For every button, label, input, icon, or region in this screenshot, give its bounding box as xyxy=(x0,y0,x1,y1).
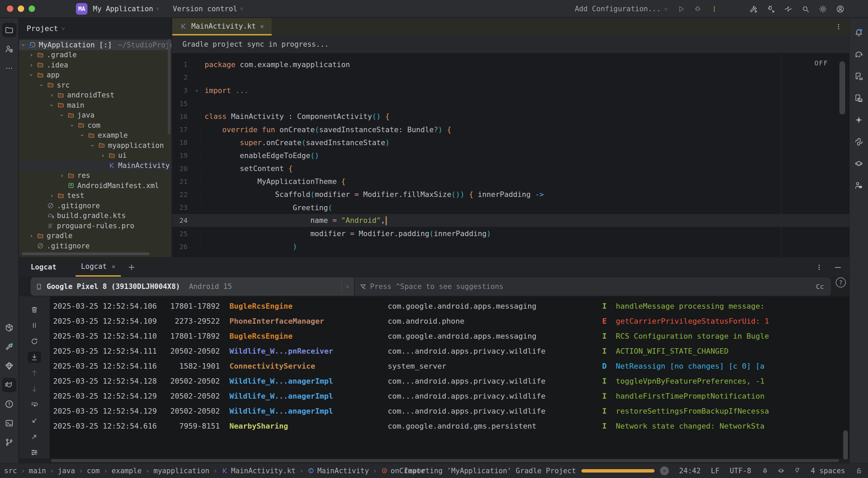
close-tab-icon[interactable]: × xyxy=(112,263,115,270)
tree-chevron-icon[interactable]: › xyxy=(38,81,45,90)
gradle-elephant-icon[interactable] xyxy=(852,47,866,62)
gemini-spark-icon[interactable] xyxy=(852,113,866,127)
tree-chevron-icon[interactable]: › xyxy=(28,71,35,79)
clear-trash-icon[interactable] xyxy=(28,304,41,315)
hide-tool-window-icon[interactable] xyxy=(833,263,842,272)
logcat-output[interactable]: 2025-03-25 12:52:54.10617801-17892BugleR… xyxy=(50,296,849,458)
tree-item-mainactivity-kt[interactable]: MainActivity.kt xyxy=(19,160,172,171)
tree-chevron-icon[interactable]: › xyxy=(20,41,27,49)
scroll-to-end-icon[interactable] xyxy=(28,352,41,363)
code-line-24[interactable]: 24 name = "Android", xyxy=(172,214,849,227)
logcat-row[interactable]: 2025-03-25 12:52:54.11017801-17892BugleR… xyxy=(50,328,849,343)
tree-item-app[interactable]: ›app xyxy=(19,70,172,80)
code-line-17[interactable]: 17 override fun onCreate(savedInstanceSt… xyxy=(172,123,849,136)
logcat-row[interactable]: 2025-03-25 12:52:54.1092273-29522PhoneIn… xyxy=(50,313,849,328)
code-line-25[interactable]: 25 modifier = Modifier.padding(innerPadd… xyxy=(172,227,849,240)
tree-chevron-icon[interactable]: › xyxy=(27,51,36,58)
breadcrumb-myapplication[interactable]: myapplication xyxy=(154,467,209,475)
pause-icon[interactable] xyxy=(28,320,41,331)
copilot-icon[interactable] xyxy=(777,467,785,474)
lock-open-icon[interactable] xyxy=(855,467,863,474)
breadcrumb-mainactivity-kt[interactable]: MainActivity.kt xyxy=(221,467,296,475)
tree-chevron-icon[interactable]: › xyxy=(59,111,65,120)
tree-item-java[interactable]: ›java xyxy=(19,110,172,121)
editor-options-kebab-icon[interactable] xyxy=(834,22,843,31)
breadcrumb-java[interactable]: java xyxy=(58,467,75,475)
soft-wrap-icon[interactable] xyxy=(28,399,41,411)
project-menu[interactable]: My Application˅ xyxy=(93,5,159,13)
terminal-icon[interactable] xyxy=(2,416,16,430)
device-selector[interactable]: Google Pixel 8 (39130DLJH004X8) Android … xyxy=(31,277,354,296)
code-line-2[interactable]: 2 xyxy=(172,71,849,84)
tree-icon[interactable] xyxy=(761,467,769,474)
device-manager-icon[interactable] xyxy=(852,69,866,83)
logcat-row[interactable]: 2025-03-25 12:52:54.1161582-1901Connecti… xyxy=(50,358,849,373)
logcat-row[interactable]: 2025-03-25 12:52:54.12920502-20502Wildli… xyxy=(50,403,849,418)
run-configuration-selector[interactable]: Add Configuration...˅ xyxy=(575,5,668,13)
version-control-menu[interactable]: Version control˅ xyxy=(173,5,243,13)
more-horizontal-icon[interactable] xyxy=(2,61,16,75)
line-separator-widget[interactable]: LF xyxy=(711,467,719,475)
zoom-window-icon[interactable] xyxy=(29,5,35,12)
search-icon[interactable] xyxy=(801,4,810,14)
new-logcat-tab-icon[interactable] xyxy=(127,263,136,272)
tree-item-androidmanifest-xml[interactable]: MAndroidManifest.xml xyxy=(19,181,172,191)
code-line-16[interactable]: 16class MainActivity : ComponentActivity… xyxy=(172,110,849,123)
problems-icon[interactable] xyxy=(2,397,16,411)
logcat-tab[interactable]: Logcat × xyxy=(76,258,121,277)
indent-widget[interactable]: 4 spaces xyxy=(811,467,845,475)
code-line-1[interactable]: 1package com.example.myapplication xyxy=(172,58,849,71)
code-line-15[interactable]: 15 xyxy=(172,97,849,110)
build-hammer-icon[interactable] xyxy=(2,340,16,354)
encoding-widget[interactable]: UTF-8 xyxy=(730,467,751,475)
minimize-window-icon[interactable] xyxy=(18,5,24,12)
code-line-26[interactable]: 26 ) xyxy=(172,240,849,253)
filter-funnel-icon[interactable] xyxy=(359,283,367,290)
toolbar-overflow-chevron-icon[interactable] xyxy=(32,448,39,456)
diamond-icon[interactable] xyxy=(2,359,16,373)
logcat-options-kebab-icon[interactable] xyxy=(815,263,824,272)
settings-gear-icon[interactable] xyxy=(818,4,827,14)
breadcrumb-com[interactable]: com xyxy=(87,467,100,475)
code-line-21[interactable]: 21 MyApplicationTheme { xyxy=(172,175,849,188)
tree-chevron-icon[interactable]: › xyxy=(48,101,55,110)
tree-item--gitignore[interactable]: .gitignore xyxy=(19,241,172,251)
logcat-cat-icon[interactable] xyxy=(2,378,16,392)
logcat-row[interactable]: 2025-03-25 12:52:54.11120502-20502Wildli… xyxy=(50,343,849,358)
tree-chevron-icon[interactable]: › xyxy=(98,152,107,159)
fold-chevron-icon[interactable]: › xyxy=(195,87,198,94)
project-view-selector[interactable]: Project˅ xyxy=(19,18,172,38)
tree-item-build-gradle-kts[interactable]: Kbuild.gradle.kts xyxy=(19,211,172,221)
kebab-menu-icon[interactable] xyxy=(710,4,719,14)
tree-item-gradle[interactable]: ›gradle xyxy=(19,231,172,241)
arrow-down-icon[interactable] xyxy=(28,383,41,395)
tree-item-example[interactable]: ›example xyxy=(19,130,172,141)
breadcrumb-example[interactable]: example xyxy=(112,467,142,475)
close-window-icon[interactable] xyxy=(7,5,13,12)
code-line-22[interactable]: 22 Scaffold(modifier = Modifier.fillMaxS… xyxy=(172,188,849,201)
python-package-icon[interactable] xyxy=(2,321,16,335)
run-icon[interactable] xyxy=(676,4,686,14)
tree-chevron-icon[interactable]: › xyxy=(69,121,76,130)
tree-chevron-icon[interactable]: › xyxy=(27,232,36,239)
tree-chevron-icon[interactable]: › xyxy=(89,141,96,150)
inspections-widget[interactable]: OFF xyxy=(815,59,828,67)
debug-icon[interactable] xyxy=(693,4,702,14)
tree-item--idea[interactable]: ›.idea xyxy=(19,60,172,70)
logcat-row[interactable]: 2025-03-25 12:52:54.12820502-20502Wildli… xyxy=(50,373,849,388)
code-line-23[interactable]: 23 Greeting( xyxy=(172,201,849,214)
tree-item-res[interactable]: ›res xyxy=(19,171,172,181)
project-folder-icon[interactable] xyxy=(2,23,16,37)
restart-icon[interactable] xyxy=(28,336,41,347)
logcat-filter-input[interactable] xyxy=(370,282,813,291)
tree-item-main[interactable]: ›main xyxy=(19,100,172,110)
tree-chevron-icon[interactable]: › xyxy=(27,62,36,68)
cancel-progress-icon[interactable]: × xyxy=(660,466,669,475)
tree-chevron-icon[interactable]: › xyxy=(58,172,66,179)
profile-icon[interactable] xyxy=(836,4,845,14)
code-line-19[interactable]: 19 enableEdgeToEdge() xyxy=(172,149,849,162)
code-line-20[interactable]: 20 setContent { xyxy=(172,162,849,175)
tree-item-com[interactable]: ›com xyxy=(19,120,172,130)
tree-item-myapplication-[interactable]: ›MyApplication [:]~/StudioProjec xyxy=(19,40,172,50)
code-line-3[interactable]: 3›import ... xyxy=(172,84,849,97)
